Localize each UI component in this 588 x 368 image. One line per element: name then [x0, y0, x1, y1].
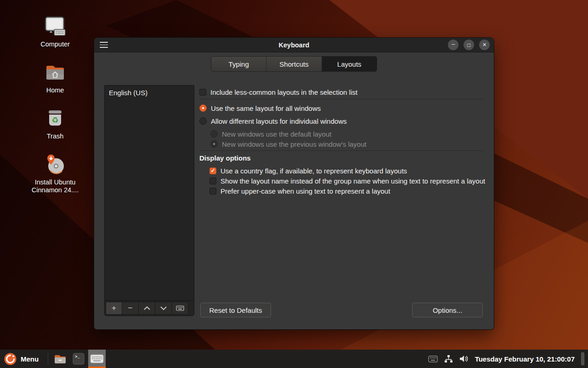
menu-label: Menu [21, 355, 39, 363]
tab-layouts[interactable]: Layouts [322, 57, 377, 71]
desktop-icon-trash[interactable]: ♻ Trash [27, 105, 84, 140]
display-options-header: Display options [199, 154, 251, 162]
volume-icon[interactable] [459, 355, 469, 362]
option-label: Show the layout name instead of the grou… [220, 177, 485, 185]
desktop-icon-label: Home [27, 86, 84, 94]
option-label: New windows use the default layout [222, 130, 331, 138]
option-country-flag[interactable]: ✓ Use a country flag, if available, to r… [209, 166, 407, 175]
tab-bar: Typing Shortcuts Layouts [211, 56, 377, 72]
system-tray: Tuesday February 10, 21:00:07 [428, 352, 588, 365]
close-button[interactable]: ✕ [479, 40, 490, 50]
keyboard-app-launcher[interactable] [88, 350, 106, 368]
computer-icon [42, 13, 68, 40]
checkbox-unchecked [209, 188, 216, 195]
radio-disabled [210, 130, 218, 138]
svg-text:♻: ♻ [51, 116, 58, 125]
layout-list-item[interactable]: English (US) [105, 86, 194, 100]
option-label: Allow different layouts for individual w… [211, 117, 347, 125]
add-icon: + [112, 304, 116, 313]
trash-icon: ♻ [42, 105, 68, 132]
desktop-icon-computer[interactable]: Computer [27, 13, 84, 48]
keyboard-window: Keyboard – □ ✕ Typing Shortcuts Layouts … [94, 38, 494, 329]
check-icon: ✓ [210, 168, 215, 173]
layouts-toolbar: + − [104, 300, 194, 316]
radio-different-layouts[interactable]: Allow different layouts for individual w… [199, 116, 347, 126]
radio-unselected [199, 117, 207, 125]
radio-disabled-selected [210, 140, 218, 148]
desktop-icon-installer[interactable]: Install Ubuntu Cinnamon 24.... [27, 151, 84, 194]
terminal-icon: >_ [73, 353, 85, 365]
radio-selected [199, 104, 207, 112]
keyboard-indicator-icon[interactable] [428, 356, 438, 362]
show-desktop-button[interactable] [581, 352, 584, 365]
option-label: New windows use the previous window's la… [222, 140, 367, 148]
checkbox-unchecked [209, 178, 216, 184]
show-layout-icon [176, 305, 184, 311]
remove-layout-button[interactable]: − [122, 302, 139, 315]
desktop-icon-home[interactable]: Home [27, 59, 84, 94]
option-label: Prefer upper-case when using text to rep… [220, 187, 390, 195]
desktop-icon-label: Install Ubuntu Cinnamon 24.... [27, 178, 84, 194]
menu-button[interactable]: Menu [0, 350, 45, 368]
separator [199, 150, 483, 151]
installer-icon [42, 151, 68, 178]
option-label: Use a country flag, if available, to rep… [220, 167, 407, 175]
file-manager-icon [54, 353, 67, 364]
move-up-icon [143, 306, 151, 310]
radio-new-windows-default: New windows use the default layout [210, 129, 331, 138]
titlebar[interactable]: Keyboard – □ ✕ [94, 38, 494, 52]
add-layout-button[interactable]: + [106, 302, 122, 315]
home-folder-icon [42, 59, 68, 86]
distro-logo-icon [4, 353, 17, 365]
option-label: Include less-common layouts in the selec… [210, 88, 357, 96]
show-layout-button[interactable] [172, 302, 188, 315]
move-layout-up-button[interactable] [139, 302, 155, 315]
radio-same-layout[interactable]: Use the same layout for all windows [199, 104, 321, 113]
checkbox-checked: ✓ [209, 167, 216, 174]
panel-separator [48, 353, 48, 365]
network-icon[interactable] [444, 355, 453, 363]
option-label: Use the same layout for all windows [211, 104, 321, 112]
layouts-listbox: English (US) [104, 85, 194, 300]
minimize-button[interactable]: – [448, 40, 458, 50]
desktop-icon-label: Computer [27, 40, 84, 48]
option-show-layout-name[interactable]: Show the layout name instead of the grou… [209, 176, 485, 185]
radio-new-windows-previous: New windows use the previous window's la… [210, 139, 367, 149]
tab-typing[interactable]: Typing [211, 57, 266, 71]
checkbox-unchecked [199, 89, 206, 96]
desktop-icon-label: Trash [27, 132, 84, 140]
separator [199, 99, 483, 99]
tab-shortcuts[interactable]: Shortcuts [266, 57, 322, 71]
window-content: Typing Shortcuts Layouts English (US) + … [94, 52, 494, 329]
svg-text:>_: >_ [75, 355, 80, 359]
remove-icon: − [128, 304, 133, 313]
panel-clock[interactable]: Tuesday February 10, 21:00:07 [475, 355, 575, 363]
maximize-button[interactable]: □ [464, 40, 474, 50]
file-manager-launcher[interactable] [51, 350, 69, 368]
option-prefer-uppercase[interactable]: Prefer upper-case when using text to rep… [209, 186, 390, 196]
window-title: Keyboard [94, 41, 494, 49]
options-button[interactable]: Options... [412, 303, 483, 317]
move-layout-down-button[interactable] [155, 302, 172, 315]
keyboard-app-icon [90, 354, 104, 364]
option-include-less-common[interactable]: Include less-common layouts in the selec… [199, 87, 357, 97]
terminal-launcher[interactable]: >_ [70, 350, 87, 368]
bottom-panel: Menu >_ [0, 350, 588, 368]
move-down-icon [160, 306, 167, 310]
reset-to-defaults-button[interactable]: Reset to Defaults [200, 303, 271, 317]
desktop: Computer Home ♻ Trash [0, 0, 588, 368]
